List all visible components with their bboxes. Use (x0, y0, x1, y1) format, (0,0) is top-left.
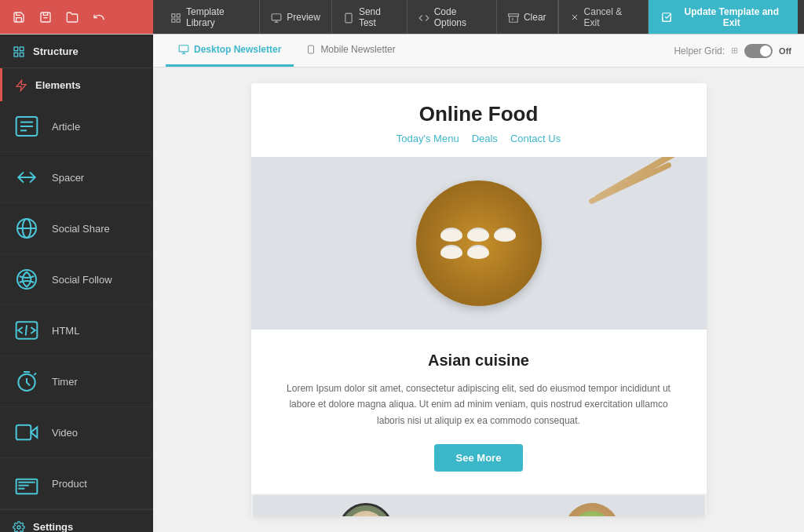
social-share-icon (13, 214, 41, 242)
social-follow-icon (13, 265, 41, 293)
dumpling-4 (440, 245, 462, 259)
update-template-button[interactable]: Update Template and Exit (648, 0, 798, 34)
newsletter-grid (251, 494, 707, 516)
sidebar-item-product[interactable]: Product (0, 458, 153, 509)
svg-marker-19 (16, 80, 26, 90)
sidebar-item-timer[interactable]: Timer (0, 356, 153, 407)
nav-deals[interactable]: Deals (472, 133, 498, 144)
tab-mobile-label: Mobile Newsletter (320, 44, 395, 55)
video-label: Video (52, 427, 78, 439)
elements-label: Elements (35, 79, 81, 91)
sidebar: Structure Elements (0, 35, 153, 532)
newsletter-nav: Today's Menu Deals Contact Us (267, 133, 691, 144)
main-area: Structure Elements (0, 35, 804, 532)
newsletter-title: Online Food (267, 102, 691, 126)
sidebar-item-spacer[interactable]: Spacer (0, 152, 153, 203)
grid-item-1 (253, 495, 479, 516)
social-share-label: Social Share (52, 223, 110, 235)
svg-rect-14 (662, 13, 671, 22)
svg-point-40 (17, 526, 20, 529)
code-options-button[interactable]: Code Options (407, 0, 497, 34)
sidebar-item-social-share[interactable]: Social Share (0, 203, 153, 254)
timer-label: Timer (52, 376, 78, 388)
product-icon (13, 469, 41, 497)
sidebar-item-html[interactable]: HTML (0, 305, 153, 356)
sidebar-item-social-follow[interactable]: Social Follow (0, 254, 153, 305)
monitor-icon (271, 10, 282, 23)
plate-sm-2 (565, 503, 619, 516)
html-icon (13, 316, 41, 344)
grid-pattern-icon: ⊞ (731, 46, 738, 56)
nav-todays-menu[interactable]: Today's Menu (397, 133, 459, 144)
article-label: Article (52, 121, 80, 133)
newsletter-preview-area: Online Food Today's Menu Deals Contact U… (153, 67, 804, 532)
svg-line-30 (26, 325, 27, 335)
tab-desktop[interactable]: Desktop Newsletter (166, 35, 294, 67)
toolbar-left (0, 0, 153, 34)
plate-sm-1 (338, 503, 393, 516)
code-icon (418, 10, 429, 23)
grid-image-1 (253, 495, 479, 516)
dumpling-1 (440, 228, 462, 242)
svg-marker-35 (31, 427, 37, 437)
cancel-exit-button[interactable]: Cancel & Exit (558, 0, 648, 34)
content-area: Desktop Newsletter Mobile Newsletter Hel… (153, 35, 804, 532)
food-plate (416, 180, 542, 306)
dumpling-2 (467, 228, 489, 242)
eraser-icon (508, 10, 519, 23)
sidebar-item-article[interactable]: Article (0, 101, 153, 152)
update-template-label: Update Template and Exit (678, 6, 785, 28)
clear-button[interactable]: Clear (497, 0, 558, 34)
article-icon (13, 112, 41, 140)
sidebar-section-settings: Settings (0, 510, 153, 532)
svg-rect-4 (177, 19, 180, 22)
code-options-label: Code Options (434, 6, 485, 28)
svg-rect-44 (309, 46, 314, 53)
tabs: Desktop Newsletter Mobile Newsletter (166, 35, 408, 67)
svg-rect-41 (179, 46, 188, 52)
structure-section-header[interactable]: Structure (0, 35, 153, 67)
save-as-button[interactable] (36, 9, 55, 26)
sidebar-section-structure: Structure (0, 35, 153, 68)
nav-contact-us[interactable]: Contact Us (510, 133, 561, 144)
grid-item-2 (479, 495, 705, 516)
cancel-exit-label: Cancel & Exit (584, 6, 637, 28)
update-icon (661, 11, 672, 23)
see-more-button[interactable]: See More (434, 444, 524, 472)
svg-rect-36 (16, 479, 38, 494)
svg-rect-1 (172, 13, 175, 16)
phone-icon (343, 10, 354, 23)
timer-icon (13, 367, 41, 395)
folder-button[interactable] (63, 9, 82, 26)
undo-button[interactable] (90, 9, 108, 26)
svg-rect-3 (172, 19, 175, 22)
tab-mobile[interactable]: Mobile Newsletter (294, 35, 407, 67)
svg-line-33 (34, 373, 36, 375)
send-test-button[interactable]: Send Test (332, 0, 407, 34)
tab-bar: Desktop Newsletter Mobile Newsletter Hel… (153, 35, 804, 67)
dumpling-3 (494, 228, 516, 242)
video-icon (13, 418, 41, 446)
svg-rect-5 (272, 13, 281, 20)
preview-button[interactable]: Preview (260, 0, 332, 34)
monitor-tab-icon (178, 44, 189, 56)
template-library-button[interactable]: Template Library (159, 0, 260, 34)
structure-label: Structure (33, 46, 79, 57)
sidebar-section-elements: Elements Article (0, 68, 153, 510)
sidebar-item-video[interactable]: Video (0, 407, 153, 458)
tab-desktop-label: Desktop Newsletter (194, 44, 281, 55)
toggle-state-label: Off (779, 46, 791, 56)
elements-section-header[interactable]: Elements (0, 68, 153, 101)
dumpling-5 (467, 245, 489, 259)
article-body: Lorem Ipsum dolor sit amet, consectetur … (283, 381, 675, 428)
save-button[interactable] (9, 9, 28, 26)
html-label: HTML (52, 325, 79, 337)
toggle-knob (760, 46, 771, 56)
send-test-label: Send Test (359, 6, 396, 28)
spacer-icon (13, 163, 41, 191)
settings-icon (13, 519, 25, 532)
toolbar-right: Template Library Preview Send Test (153, 0, 804, 34)
toolbar: Template Library Preview Send Test (0, 0, 804, 35)
helper-grid-toggle[interactable] (744, 44, 773, 58)
settings-section-header[interactable]: Settings (0, 510, 153, 532)
